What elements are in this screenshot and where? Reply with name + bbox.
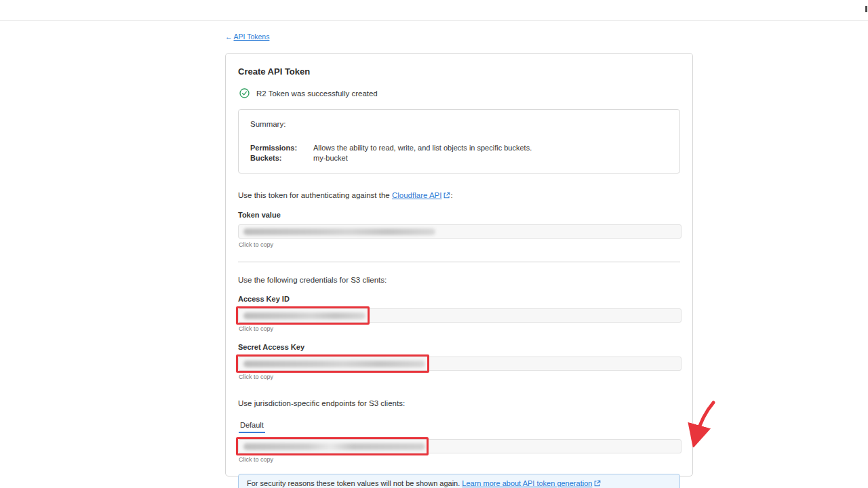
summary-row-permissions: Permissions: Allows the ability to read,… [250, 143, 668, 153]
secret-access-key-field-wrap [238, 357, 680, 371]
external-link-icon [594, 480, 601, 488]
create-api-token-card: Create API Token R2 Token was successful… [225, 53, 693, 476]
access-key-id-input[interactable] [238, 308, 682, 323]
endpoint-copy-hint: Click to copy [239, 456, 680, 463]
token-intro-text: Use this token for authenticating agains… [238, 191, 680, 200]
summary-heading: Summary: [250, 120, 668, 128]
tab-default[interactable]: Default [239, 421, 265, 433]
back-arrow-icon: ← [225, 33, 233, 41]
scrollbar-artifact[interactable] [865, 6, 867, 12]
access-key-id-field-wrap [238, 308, 680, 323]
divider-1 [238, 262, 680, 262]
permissions-value: Allows the ability to read, write, and l… [313, 143, 532, 153]
s3-intro-text: Use the following credentials for S3 cli… [238, 276, 680, 284]
secret-access-key-redacted [243, 361, 425, 367]
back-link-label: API Tokens [234, 33, 270, 41]
success-banner: R2 Token was successfully created [239, 88, 680, 98]
external-link-icon [443, 192, 450, 200]
learn-more-link[interactable]: Learn more about API token generation [462, 479, 592, 487]
token-intro-suffix: : [450, 191, 452, 199]
summary-box: Summary: Permissions: Allows the ability… [238, 109, 680, 174]
secret-key-copy-hint: Click to copy [239, 373, 680, 380]
page-title: Create API Token [238, 66, 680, 77]
buckets-value: my-bucket [313, 153, 348, 163]
top-bar [0, 0, 868, 21]
access-key-id-label: Access Key ID [238, 295, 680, 303]
token-value-label: Token value [238, 211, 680, 219]
token-copy-hint: Click to copy [239, 241, 680, 248]
success-check-icon [239, 88, 250, 98]
back-to-api-tokens-link[interactable]: ←API Tokens [225, 33, 269, 41]
summary-row-buckets: Buckets: my-bucket [250, 153, 668, 163]
endpoint-redacted [243, 443, 425, 450]
success-message: R2 Token was successfully created [256, 89, 378, 98]
access-key-copy-hint: Click to copy [239, 325, 680, 332]
cloudflare-api-link[interactable]: Cloudflare API [392, 191, 442, 199]
secret-access-key-label: Secret Access Key [238, 343, 680, 351]
secret-access-key-input[interactable] [238, 357, 682, 371]
jurisdiction-intro-text: Use jurisdiction-specific endpoints for … [238, 399, 680, 407]
security-notice: For security reasons these token values … [238, 474, 680, 488]
access-key-id-redacted [243, 312, 366, 319]
token-value-input[interactable] [238, 224, 682, 239]
security-notice-text: For security reasons these token values … [247, 479, 462, 487]
token-value-redacted [243, 228, 435, 235]
page: ←API Tokens Create API Token R2 Token wa… [0, 0, 868, 488]
permissions-label: Permissions: [250, 143, 313, 153]
token-intro-prefix: Use this token for authenticating agains… [238, 191, 392, 199]
token-value-field-wrap [238, 224, 680, 239]
endpoint-input[interactable] [238, 439, 682, 453]
endpoint-field-wrap [238, 439, 680, 453]
buckets-label: Buckets: [250, 153, 313, 163]
